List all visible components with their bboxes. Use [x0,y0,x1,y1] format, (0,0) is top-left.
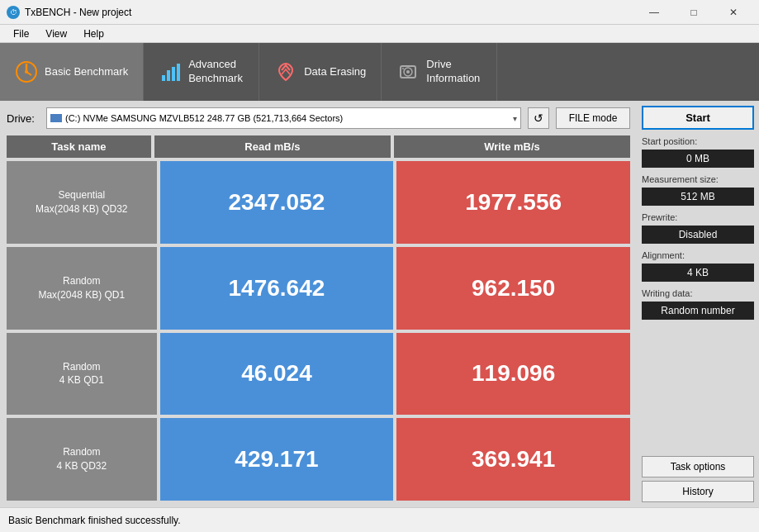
data-erasing-icon [274,60,297,83]
drive-refresh-button[interactable]: ↺ [528,107,549,129]
header-write: Write mB/s [394,135,630,158]
drive-information-icon [396,60,420,83]
table-row: SequentialMax(2048 KB) QD32 2347.052 197… [7,161,630,244]
status-message: Basic Benchmark finished successfully. [8,515,181,526]
menu-bar: File View Help [0,25,759,43]
table-row: RandomMax(2048 KB) QD1 1476.642 962.150 [7,247,630,330]
drive-information-label: DriveInformation [426,58,480,86]
basic-benchmark-icon [15,60,38,83]
task-sequential: SequentialMax(2048 KB) QD32 [7,161,157,244]
advanced-benchmark-label: AdvancedBenchmark [188,58,243,86]
chevron-down-icon: ▾ [513,114,517,123]
drive-select-text: (C:) NVMe SAMSUNG MZVLB512 248.77 GB (52… [65,113,510,123]
svg-point-3 [25,70,28,74]
svg-rect-7 [177,64,180,81]
start-button[interactable]: Start [642,106,754,130]
svg-point-11 [402,68,404,69]
maximize-button[interactable]: □ [675,4,713,21]
task-random-4kb-qd1: Random4 KB QD1 [7,333,157,416]
history-button[interactable]: History [642,481,754,502]
start-position-label: Start position: [642,136,754,146]
file-mode-button[interactable]: FILE mode [556,107,630,129]
close-button[interactable]: ✕ [714,4,752,21]
write-sequential: 1977.556 [396,161,630,244]
drive-row: Drive: (C:) NVMe SAMSUNG MZVLB512 248.77… [7,107,630,129]
right-panel: Start Start position: 0 MB Measurement s… [637,101,759,507]
menu-file[interactable]: File [7,26,36,41]
svg-rect-6 [172,67,175,81]
task-random-4kb-qd32: Random4 KB QD32 [7,418,157,501]
start-position-value: 0 MB [642,150,754,168]
svg-point-10 [406,70,410,74]
task-options-button[interactable]: Task options [642,456,754,477]
write-random-max: 962.150 [396,247,630,330]
advanced-benchmark-icon [159,60,182,83]
app-icon: ⏱ [7,6,20,19]
status-bar: Basic Benchmark finished successfully. [0,507,759,532]
writing-data-value: Random number [642,302,754,320]
data-erasing-label: Data Erasing [304,65,366,79]
prewrite-label: Prewrite: [642,212,754,222]
measurement-size-value: 512 MB [642,188,754,206]
measurement-size-label: Measurement size: [642,174,754,184]
toolbar-btn-data-erasing[interactable]: Data Erasing [259,43,382,101]
writing-data-label: Writing data: [642,288,754,298]
window-controls: — □ ✕ [635,4,752,21]
window-title: TxBENCH - New project [25,7,131,18]
main-content: Drive: (C:) NVMe SAMSUNG MZVLB512 248.77… [0,101,759,507]
menu-help[interactable]: Help [77,26,111,41]
title-bar: ⏱ TxBENCH - New project — □ ✕ [0,0,759,25]
drive-select[interactable]: (C:) NVMe SAMSUNG MZVLB512 248.77 GB (52… [46,107,521,129]
header-task: Task name [7,135,151,158]
table-header: Task name Read mB/s Write mB/s [7,135,630,158]
refresh-icon: ↺ [534,112,543,125]
table-row: Random4 KB QD1 46.024 119.096 [7,333,630,416]
write-random-4kb-qd32: 369.941 [396,418,630,501]
toolbar: Basic Benchmark AdvancedBenchmark Data E… [0,43,759,101]
alignment-label: Alignment: [642,250,754,260]
task-random-max: RandomMax(2048 KB) QD1 [7,247,157,330]
toolbar-btn-drive-information[interactable]: DriveInformation [382,43,497,101]
prewrite-value: Disabled [642,226,754,244]
table-row: Random4 KB QD32 429.171 369.941 [7,418,630,501]
left-panel: Drive: (C:) NVMe SAMSUNG MZVLB512 248.77… [0,101,637,507]
drive-label: Drive: [7,112,40,125]
write-random-4kb-qd1: 119.096 [396,333,630,416]
menu-view[interactable]: View [39,26,74,41]
svg-rect-5 [167,70,170,81]
basic-benchmark-label: Basic Benchmark [45,65,128,79]
read-random-max: 1476.642 [160,247,394,330]
read-random-4kb-qd1: 46.024 [160,333,394,416]
benchmark-table: Task name Read mB/s Write mB/s Sequentia… [7,135,630,501]
toolbar-btn-advanced-benchmark[interactable]: AdvancedBenchmark [144,43,259,101]
alignment-value: 4 KB [642,264,754,282]
drive-flag-icon [50,114,62,122]
read-random-4kb-qd32: 429.171 [160,418,394,501]
svg-rect-4 [162,75,165,81]
read-sequential: 2347.052 [160,161,394,244]
minimize-button[interactable]: — [635,4,673,21]
toolbar-btn-basic-benchmark[interactable]: Basic Benchmark [0,43,144,101]
header-read: Read mB/s [154,135,391,158]
